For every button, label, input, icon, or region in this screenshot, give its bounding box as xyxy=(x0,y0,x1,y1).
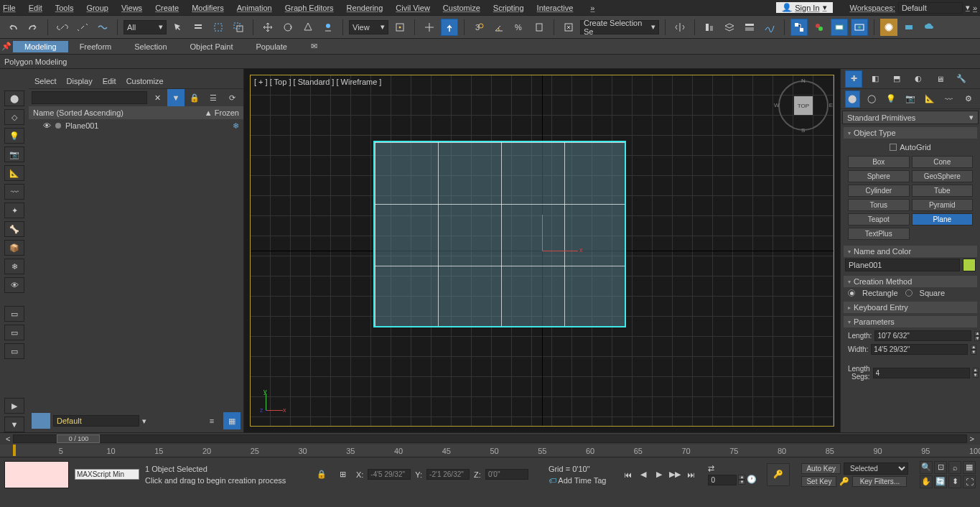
menu-customize[interactable]: Customize xyxy=(443,4,480,12)
spinner-snap-button[interactable] xyxy=(531,19,548,36)
rectangle-radio[interactable] xyxy=(848,289,855,297)
length-segs-spinner[interactable]: ▲▼ xyxy=(973,368,979,378)
select-window-crossing-button[interactable] xyxy=(230,19,247,36)
menu-edit[interactable]: Edit xyxy=(29,4,42,12)
hierarchy-tab-icon[interactable]: ⬒ xyxy=(888,70,905,88)
display-particles-icon[interactable]: ✦ xyxy=(4,203,24,218)
schematic-view-button[interactable] xyxy=(790,19,808,36)
lights-category-icon[interactable]: 💡 xyxy=(884,90,899,108)
chevron-down-icon[interactable]: ▾ xyxy=(966,3,970,12)
align-button[interactable] xyxy=(701,19,718,36)
teapot-button[interactable]: Teapot xyxy=(848,213,910,225)
toggle-ribbon-button[interactable] xyxy=(741,19,758,36)
menu-animation[interactable]: Animation xyxy=(237,4,272,12)
object-name-input[interactable] xyxy=(845,259,960,271)
use-pivot-center-button[interactable] xyxy=(391,19,409,36)
render-setup-button[interactable] xyxy=(831,19,848,36)
select-manipulate-button[interactable] xyxy=(421,19,438,36)
display-shapes-icon[interactable]: ◇ xyxy=(4,109,24,125)
primitive-type-dropdown[interactable]: Standard Primitives ▾ xyxy=(842,111,979,124)
width-spinner[interactable]: ▲▼ xyxy=(971,345,976,355)
view-cube[interactable]: TOP N S W E xyxy=(778,80,829,131)
menu-civil-view[interactable]: Civil View xyxy=(396,4,429,12)
time-config-icon[interactable]: 🕐 xyxy=(747,475,757,485)
display-invert-icon[interactable]: ▭ xyxy=(4,343,24,359)
sign-in-button[interactable]: 👤 Sign In ▾ xyxy=(776,2,832,13)
maximize-viewport-icon[interactable]: ⛶ xyxy=(963,475,976,488)
shapes-category-icon[interactable]: ◯ xyxy=(864,90,879,108)
lock-icon[interactable]: 🔒 xyxy=(186,89,203,106)
zoom-extents-icon[interactable]: ⌕ xyxy=(948,461,961,474)
helpers-category-icon[interactable]: 📐 xyxy=(922,90,937,108)
display-bone-icon[interactable]: 🦴 xyxy=(4,221,24,237)
prev-frame-icon[interactable]: ◀ xyxy=(636,468,650,482)
curve-editor-button[interactable] xyxy=(761,19,778,36)
time-ruler[interactable]: 5101520253035404550556065707580859095100 xyxy=(0,445,980,457)
layer-name-input[interactable] xyxy=(53,415,139,427)
link-button[interactable] xyxy=(54,19,71,36)
render-frame-button[interactable] xyxy=(851,19,868,36)
textplus-button[interactable]: TextPlus xyxy=(848,228,910,240)
layer-swatch-icon[interactable] xyxy=(32,413,50,429)
cone-button[interactable]: Cone xyxy=(912,156,974,168)
ribbon-tab-populate[interactable]: Populate xyxy=(244,41,298,52)
menu-file[interactable]: File xyxy=(3,4,16,12)
bind-spacewarp-button[interactable] xyxy=(94,19,111,36)
modify-tab-icon[interactable]: ◧ xyxy=(867,70,884,88)
lock-selection-icon[interactable]: 🔒 xyxy=(313,466,330,483)
current-frame-marker[interactable] xyxy=(13,445,16,456)
layer-manager-icon[interactable]: ≡ xyxy=(203,412,220,429)
visibility-icon[interactable]: 👁 xyxy=(43,121,51,130)
view-options-icon[interactable]: ☰ xyxy=(205,89,222,106)
sync-icon[interactable]: ⟳ xyxy=(223,89,241,106)
redo-button[interactable] xyxy=(24,19,42,36)
cylinder-button[interactable]: Cylinder xyxy=(848,185,910,197)
select-rect-button[interactable] xyxy=(210,19,227,36)
ribbon-tab-selection[interactable]: Selection xyxy=(123,41,178,52)
sphere-button[interactable]: Sphere xyxy=(848,170,910,182)
box-button[interactable]: Box xyxy=(848,156,910,168)
create-tab-icon[interactable]: ✚ xyxy=(845,70,862,88)
ribbon-tab-object-paint[interactable]: Object Paint xyxy=(179,41,245,52)
y-input[interactable] xyxy=(426,469,470,480)
view-cube-face[interactable]: TOP xyxy=(794,96,813,115)
mini-listener[interactable] xyxy=(4,461,69,488)
menu-modifiers[interactable]: Modifiers xyxy=(192,4,224,12)
square-radio[interactable] xyxy=(905,289,913,297)
ribbon-tab-freeform[interactable]: Freeform xyxy=(68,41,123,52)
ribbon-mail-icon[interactable]: ✉ xyxy=(306,38,323,55)
display-geometry-icon[interactable]: ⬤ xyxy=(4,90,24,106)
goto-start-icon[interactable]: ⏮ xyxy=(620,468,635,482)
zoom-all-icon[interactable]: ⊡ xyxy=(934,461,947,474)
display-helpers-icon[interactable]: 📐 xyxy=(4,165,24,181)
ribbon-pin-icon[interactable]: 📌 xyxy=(0,38,13,55)
autogrid-checkbox[interactable]: AutoGrid xyxy=(848,141,973,153)
motion-tab-icon[interactable]: ◐ xyxy=(910,70,927,88)
select-by-name-button[interactable] xyxy=(190,19,207,36)
pan-icon[interactable]: ✋ xyxy=(920,475,933,488)
display-all-icon[interactable]: ▭ xyxy=(4,306,24,322)
length-spinner[interactable]: ▲▼ xyxy=(974,331,980,341)
frame-spinner[interactable]: ▲▼ xyxy=(738,475,745,485)
key-mode-icon[interactable]: ⇄ xyxy=(708,464,714,473)
set-key-button[interactable]: Set Key xyxy=(801,476,836,487)
play-icon[interactable]: ▶ xyxy=(652,468,666,482)
keyboard-shortcut-toggle[interactable] xyxy=(441,19,458,36)
width-input[interactable] xyxy=(871,344,968,355)
select-rotate-button[interactable] xyxy=(279,19,297,36)
display-none-icon[interactable]: ▭ xyxy=(4,325,24,340)
ribbon-panel-label[interactable]: Polygon Modeling xyxy=(4,57,67,66)
menu-graph-editors[interactable]: Graph Editors xyxy=(285,4,334,12)
display-frozen-icon[interactable]: ❄ xyxy=(4,259,24,274)
time-slider-track[interactable]: 0 / 100 xyxy=(13,434,966,443)
torus-button[interactable]: Torus xyxy=(848,199,910,211)
x-input[interactable] xyxy=(368,469,411,480)
scene-item-plane001[interactable]: 👁 Plane001 ❄ xyxy=(29,119,243,132)
geometry-category-icon[interactable]: ⬤ xyxy=(845,90,860,108)
slider-left-icon[interactable]: < xyxy=(6,434,10,443)
fov-icon[interactable]: ⬍ xyxy=(948,475,961,488)
ribbon-tab-modeling[interactable]: Modeling xyxy=(13,41,68,52)
geosphere-button[interactable]: GeoSphere xyxy=(912,170,974,182)
systems-category-icon[interactable]: ⚙ xyxy=(961,90,976,108)
cameras-category-icon[interactable]: 📷 xyxy=(903,90,918,108)
